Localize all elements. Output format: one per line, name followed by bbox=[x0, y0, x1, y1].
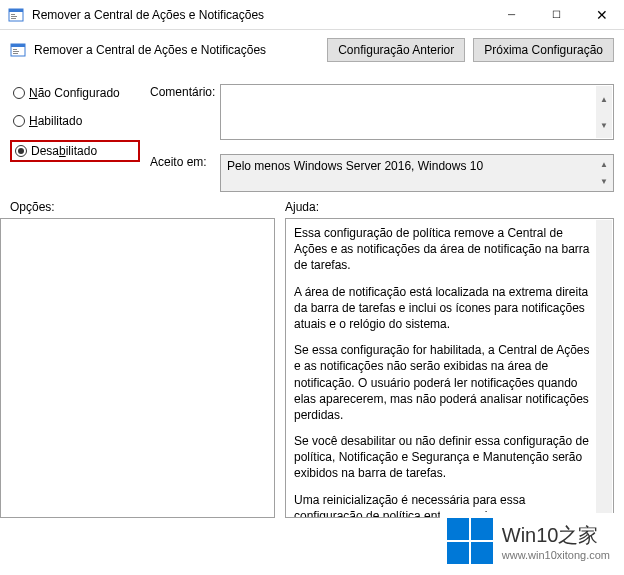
accepted-label: Aceito em: bbox=[150, 154, 220, 169]
next-setting-button[interactable]: Próxima Configuração bbox=[473, 38, 614, 62]
config-row: Não Configurado Habilitado Desabilitado … bbox=[0, 70, 624, 192]
svg-rect-6 bbox=[11, 44, 25, 47]
previous-setting-button[interactable]: Configuração Anterior bbox=[327, 38, 465, 62]
help-paragraph: Essa configuração de política remove a C… bbox=[294, 225, 595, 274]
svg-rect-9 bbox=[13, 53, 18, 54]
watermark-url: www.win10xitong.com bbox=[502, 549, 610, 561]
maximize-button[interactable]: ☐ bbox=[534, 1, 579, 29]
watermark: Win10之家 www.win10xitong.com bbox=[440, 513, 616, 569]
radio-icon bbox=[15, 145, 27, 157]
titlebar: Remover a Central de Ações e Notificaçõe… bbox=[0, 0, 624, 30]
radio-disabled[interactable]: Desabilitado bbox=[10, 140, 140, 162]
options-label: Opções: bbox=[10, 200, 275, 214]
radio-label-enabled: Habilitado bbox=[29, 114, 82, 128]
chevron-down-icon[interactable]: ▼ bbox=[596, 173, 612, 190]
header-row: Remover a Central de Ações e Notificaçõe… bbox=[0, 30, 624, 70]
radio-not-configured[interactable]: Não Configurado bbox=[10, 84, 140, 102]
radio-icon bbox=[13, 87, 25, 99]
options-box bbox=[0, 218, 275, 518]
close-button[interactable]: ✕ bbox=[579, 1, 624, 29]
accepted-row: Aceito em: Pelo menos Windows Server 201… bbox=[150, 154, 614, 192]
accepted-value: Pelo menos Windows Server 2016, Windows … bbox=[227, 159, 483, 173]
comment-spinner[interactable]: ▲ ▼ bbox=[596, 86, 612, 138]
fields-col: Comentário: ▲ ▼ Aceito em: Pelo menos Wi… bbox=[150, 74, 614, 192]
svg-rect-3 bbox=[11, 16, 17, 17]
help-paragraph: A área de notificação está localizada na… bbox=[294, 284, 595, 333]
scrollbar[interactable] bbox=[596, 220, 612, 516]
comment-row: Comentário: ▲ ▼ bbox=[150, 84, 614, 140]
svg-rect-2 bbox=[11, 14, 15, 15]
chevron-up-icon[interactable]: ▲ bbox=[596, 86, 612, 112]
comment-input[interactable]: ▲ ▼ bbox=[220, 84, 614, 140]
svg-rect-4 bbox=[11, 18, 16, 19]
help-paragraph: Se essa configuração for habilitada, a C… bbox=[294, 342, 595, 423]
radio-label-disabled: Desabilitado bbox=[31, 144, 97, 158]
radio-label-not-configured: Não Configurado bbox=[29, 86, 120, 100]
watermark-text: Win10之家 www.win10xitong.com bbox=[502, 522, 610, 561]
windows-logo-icon bbox=[446, 517, 494, 565]
help-paragraph: Se você desabilitar ou não definir essa … bbox=[294, 433, 595, 482]
radio-enabled[interactable]: Habilitado bbox=[10, 112, 140, 130]
minimize-button[interactable]: ─ bbox=[489, 1, 534, 29]
policy-title: Remover a Central de Ações e Notificaçõe… bbox=[34, 43, 319, 57]
radio-icon bbox=[13, 115, 25, 127]
radio-group: Não Configurado Habilitado Desabilitado bbox=[10, 74, 140, 192]
accepted-value-box: Pelo menos Windows Server 2016, Windows … bbox=[220, 154, 614, 192]
accepted-spinner[interactable]: ▲ ▼ bbox=[596, 156, 612, 190]
svg-rect-1 bbox=[9, 9, 23, 12]
lower-row: Opções: Ajuda: Essa configuração de polí… bbox=[0, 192, 624, 518]
chevron-up-icon[interactable]: ▲ bbox=[596, 156, 612, 173]
help-col: Ajuda: Essa configuração de política rem… bbox=[285, 200, 614, 518]
policy-icon bbox=[10, 42, 26, 58]
window-title: Remover a Central de Ações e Notificaçõe… bbox=[32, 8, 489, 22]
chevron-down-icon[interactable]: ▼ bbox=[596, 112, 612, 138]
options-col: Opções: bbox=[10, 200, 275, 518]
svg-rect-8 bbox=[13, 51, 19, 52]
help-box: Essa configuração de política remove a C… bbox=[285, 218, 614, 518]
svg-rect-7 bbox=[13, 49, 17, 50]
app-icon bbox=[8, 7, 24, 23]
comment-label: Comentário: bbox=[150, 84, 220, 99]
help-label: Ajuda: bbox=[285, 200, 614, 214]
